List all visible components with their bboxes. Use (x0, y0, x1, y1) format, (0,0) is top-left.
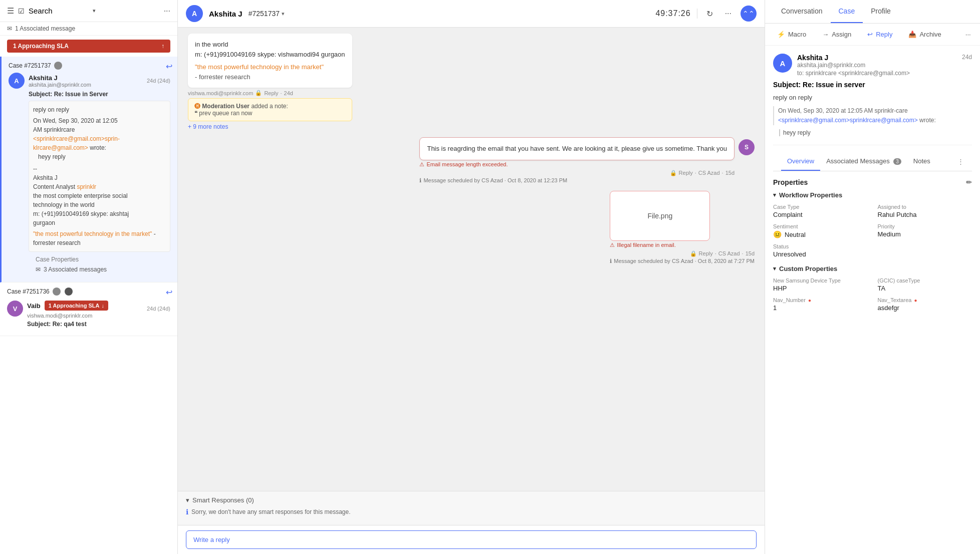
sla-banner-2: 1 Approaching SLA ↓ (45, 301, 108, 311)
avatar: V (7, 301, 23, 317)
case-id: Case #7251737 (9, 62, 62, 70)
search-label: Search (29, 7, 89, 15)
case-body: reply on reply On Wed, Sep 30, 2020 at 1… (29, 101, 170, 252)
avatar: A (9, 73, 25, 89)
section-title: Properties ✏ (773, 178, 972, 186)
chevron-down-icon: ▾ (773, 265, 776, 272)
tab-more-icon[interactable]: ⋮ (957, 152, 964, 171)
contact-name: Akshita J (209, 10, 242, 18)
message-bubble: in the worldm: (+91)9910049169 skype: vi… (188, 34, 352, 130)
prop-nav-number: Nav_Number ● 1 (773, 297, 868, 312)
properties-section: Properties ✏ ▾ Workflow Properties Case … (773, 178, 972, 312)
assoc-messages: ✉ 3 Associated messages (29, 265, 170, 277)
hamburger-icon[interactable]: ☰ (7, 6, 14, 16)
more-options-button[interactable]: ··· (722, 7, 734, 20)
smart-responses-body: ℹ Sorry, we don't have any smart respons… (186, 504, 757, 520)
scroll-up-button[interactable]: ⌃⌃ (741, 6, 757, 22)
chevron-down-icon: ▾ (186, 496, 189, 504)
right-panel-toolbar: ⚡ Macro → Assign ↩ Reply 📥 Archive ··· (765, 24, 980, 46)
more-icon: ··· (965, 31, 971, 38)
more-notes-link[interactable]: + 9 more notes (188, 123, 352, 130)
tab-overview[interactable]: Overview (781, 152, 820, 171)
workflow-properties-toggle[interactable]: ▾ Workflow Properties (773, 191, 972, 199)
timer: 49:37:26 (655, 9, 690, 18)
refresh-button[interactable]: ↻ (703, 7, 716, 21)
right-panel-body: A Akshita J akshita.jain@sprinklr.com to… (765, 46, 980, 554)
case-subject: Subject: Re: Issue in Server (29, 91, 170, 98)
avatar: A (186, 5, 203, 22)
lock-icon: 🔒 (690, 250, 697, 257)
warning-icon: ⚠ (419, 161, 424, 168)
required-indicator: ● (808, 298, 811, 303)
sentiment-icon: 😐 (773, 230, 782, 238)
archive-button[interactable]: 📥 Archive (904, 29, 945, 40)
custom-properties-toggle[interactable]: ▾ Custom Properties (773, 265, 972, 272)
workflow-properties-grid: Case Type Complaint Assigned to Rahul Pu… (773, 204, 972, 258)
chat-area: in the worldm: (+91)9910049169 skype: vi… (178, 28, 765, 491)
email-subject: Subject: Re: Issue in server (773, 81, 972, 89)
prop-case-type: Case Type Complaint (773, 204, 868, 218)
email-sender-row: A Akshita J akshita.jain@sprinklr.com to… (773, 54, 972, 77)
case-properties-label: Case Properties (29, 252, 170, 265)
error-message: ⚠ Illegal filename in email. (610, 242, 755, 248)
prop-assigned-to: Assigned to Rahul Putcha (878, 204, 972, 218)
reply-button[interactable]: ↩ Reply (863, 29, 896, 40)
bubble-meta: vishwa.modi@sprinklr.com 🔒 Reply · 24d (188, 90, 352, 96)
prop-nav-textarea: Nav_Textarea ● asdefgr (878, 297, 972, 312)
macro-icon: ⚡ (777, 31, 785, 38)
required-indicator: ● (914, 298, 917, 303)
arrow-down-icon: ↓ (101, 303, 104, 309)
user-info: Vaib 1 Approaching SLA ↓ vishwa.modi@spr… (27, 299, 143, 319)
sidebar: ☰ ☑ Search ▾ ··· ✉ 1 Associated message … (0, 0, 178, 554)
tab-conversation[interactable]: Conversation (773, 0, 831, 23)
back-arrow-icon[interactable]: ↩ (166, 288, 172, 297)
prop-sentiment: Sentiment 😐 Neutral (773, 223, 868, 238)
case-item[interactable]: Case #7251737 A Akshita J akshita.jain@s… (0, 57, 177, 283)
right-panel-tabs: Conversation Case Profile (765, 0, 980, 24)
moderation-user-icon: 🅜 (194, 103, 200, 110)
back-arrow-icon[interactable]: ↩ (166, 62, 172, 71)
assign-button[interactable]: → Assign (818, 29, 855, 40)
reply-input[interactable] (186, 530, 757, 549)
right-panel: Conversation Case Profile ⚡ Macro → Assi… (765, 0, 980, 554)
assign-icon: → (822, 31, 829, 38)
bubble-meta: 🔒 Reply · CS Azad · 15d (419, 170, 734, 176)
email-sender-info: Akshita J akshita.jain@sprinklr.com to: … (797, 54, 957, 77)
email-preview: A Akshita J akshita.jain@sprinklr.com to… (773, 54, 972, 145)
moderation-note: 🅜 Moderation User added a note: ❝ prev q… (188, 98, 352, 121)
case-id: Case #7251736 (7, 288, 73, 296)
case-subject: Subject: Re: qa4 test (27, 321, 170, 328)
prop-status: Status Unresolved (773, 243, 972, 258)
macro-button[interactable]: ⚡ Macro (773, 29, 810, 40)
tab-case[interactable]: Case (831, 0, 863, 23)
info-icon: ℹ (419, 177, 421, 184)
sla-banner[interactable]: 1 Approaching SLA ↑ (7, 40, 170, 53)
email-avatar: A (773, 54, 792, 73)
divider (697, 9, 697, 19)
more-options-icon[interactable]: ··· (164, 7, 170, 16)
prop-priority: Priority Medium (878, 223, 972, 238)
case-avatar-sm (54, 62, 62, 70)
arrow-up-icon: ↑ (161, 43, 164, 50)
case-item[interactable]: Case #7251736 V Vaib 1 Approaching SLA ↓… (0, 283, 177, 336)
tab-profile[interactable]: Profile (863, 0, 899, 23)
smart-responses-header[interactable]: ▾ Smart Responses (0) (186, 496, 757, 504)
edit-icon[interactable]: ✏ (966, 178, 972, 186)
chevron-down-icon: ▾ (773, 192, 776, 198)
user-info: Akshita J akshita.jain@sprinklr.com (29, 74, 143, 88)
scheduled-info: ℹ Message scheduled by CS Azad · Oct 8, … (610, 258, 755, 264)
bubble-content: in the worldm: (+91)9910049169 skype: vi… (188, 34, 352, 88)
tab-notes[interactable]: Notes (907, 152, 936, 171)
chevron-down-icon: ▾ (282, 11, 285, 17)
more-options-button[interactable]: ··· (961, 29, 975, 40)
envelope-icon: ✉ (36, 266, 41, 273)
warning-icon: ⚠ (610, 242, 615, 248)
reply-icon: ↩ (867, 31, 873, 38)
tab-associated-messages[interactable]: Associated Messages 3 (820, 152, 907, 171)
badge: 3 (893, 158, 901, 165)
lock-icon: 🔒 (670, 170, 677, 176)
chevron-down-icon: ▾ (93, 8, 96, 14)
error-message: ⚠ Email message length exceeded. (419, 161, 734, 168)
checkbox-icon: ☑ (18, 7, 25, 15)
sidebar-header: ☰ ☑ Search ▾ ··· (0, 0, 177, 22)
